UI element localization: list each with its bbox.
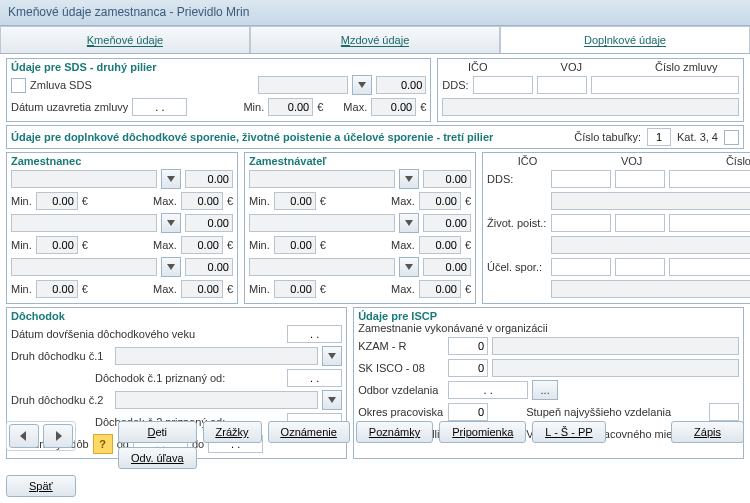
zc-r3-sel[interactable] bbox=[11, 258, 157, 276]
zc-r1-min[interactable] bbox=[36, 192, 78, 210]
iscp-isco[interactable] bbox=[448, 359, 488, 377]
zc-r3-min[interactable] bbox=[36, 280, 78, 298]
nav-prev[interactable] bbox=[9, 424, 39, 448]
iscp-kzam[interactable] bbox=[448, 337, 488, 355]
head-ico: IČO bbox=[468, 61, 488, 73]
btn-zrazky[interactable]: Zrážky bbox=[203, 421, 262, 443]
zc-r1-sel[interactable] bbox=[11, 170, 157, 188]
btn-zapis[interactable]: Zápis bbox=[671, 421, 744, 443]
r-zivot-cz[interactable] bbox=[669, 214, 750, 232]
doch-druh1-sel[interactable] bbox=[115, 347, 318, 365]
doch-priz1-input[interactable] bbox=[287, 369, 342, 387]
r-dds-label: DDS: bbox=[487, 173, 547, 185]
btn-lspp[interactable]: L - Š - PP bbox=[532, 421, 605, 443]
zv-r3-val[interactable] bbox=[423, 258, 471, 276]
zc-r2-drop[interactable] bbox=[161, 213, 181, 233]
iscp-title: Údaje pre ISCP bbox=[358, 310, 739, 322]
doch-vek-input[interactable] bbox=[287, 325, 342, 343]
dds-ico[interactable] bbox=[473, 76, 533, 94]
btn-pripomienka[interactable]: Pripomienka bbox=[439, 421, 526, 443]
zc-r3-val[interactable] bbox=[185, 258, 233, 276]
head-voj: VOJ bbox=[561, 61, 582, 73]
sds-value[interactable] bbox=[376, 76, 426, 94]
sds-min-input[interactable] bbox=[268, 98, 313, 116]
btn-deti[interactable]: Deti bbox=[118, 421, 197, 443]
zv-r2-val[interactable] bbox=[423, 214, 471, 232]
zv-r2-min[interactable] bbox=[274, 236, 316, 254]
btn-odv[interactable]: Odv. úľava bbox=[118, 447, 197, 469]
zv-r1-drop[interactable] bbox=[399, 169, 419, 189]
zc-r1-max[interactable] bbox=[181, 192, 223, 210]
dds-select-value[interactable] bbox=[442, 98, 739, 116]
p3-tabnum[interactable] bbox=[647, 128, 671, 146]
window-title: Kmeňové údaje zamestnanca - Prievidlo Mr… bbox=[0, 0, 750, 26]
r-zivot-sel[interactable] bbox=[551, 236, 750, 254]
doch-druh1-drop[interactable] bbox=[322, 346, 342, 366]
tab-kmenove[interactable]: Kmeňové údaje bbox=[0, 26, 250, 53]
p3-title: Údaje pre doplnkové dôchodkové sporenie,… bbox=[11, 131, 568, 143]
r-zivot-voj[interactable] bbox=[615, 214, 665, 232]
zc-r3-drop[interactable] bbox=[161, 257, 181, 277]
p3-tabnum-label: Číslo tabuľky: bbox=[574, 131, 641, 143]
zv-r3-min[interactable] bbox=[274, 280, 316, 298]
zv-r1-sel[interactable] bbox=[249, 170, 395, 188]
zc-r2-max[interactable] bbox=[181, 236, 223, 254]
sds-dropdown-value[interactable] bbox=[258, 76, 348, 94]
dds-voj[interactable] bbox=[537, 76, 587, 94]
r-ucel-cz[interactable] bbox=[669, 258, 750, 276]
zv-r3-sel[interactable] bbox=[249, 258, 395, 276]
zc-r3-max[interactable] bbox=[181, 280, 223, 298]
head-cz: Číslo zmluvy bbox=[655, 61, 717, 73]
zc-r2-min[interactable] bbox=[36, 236, 78, 254]
r-ucel-voj[interactable] bbox=[615, 258, 665, 276]
doch-druh2-drop[interactable] bbox=[322, 390, 342, 410]
zv-r1-val[interactable] bbox=[423, 170, 471, 188]
iscp-zam-label: Zamestnanie vykonávané v organizácii bbox=[358, 322, 739, 334]
zamestnavatel-title: Zamestnávateľ bbox=[249, 155, 471, 167]
btn-oznamenie[interactable]: Oznámenie bbox=[268, 421, 350, 443]
iscp-odbor[interactable] bbox=[448, 381, 528, 399]
iscp-kzam-desc[interactable] bbox=[492, 337, 739, 355]
zv-r2-sel[interactable] bbox=[249, 214, 395, 232]
zv-r1-max[interactable] bbox=[419, 192, 461, 210]
zv-r3-max[interactable] bbox=[419, 280, 461, 298]
sds-datum-input[interactable] bbox=[132, 98, 187, 116]
zc-r1-val[interactable] bbox=[185, 170, 233, 188]
btn-spat[interactable]: Späť bbox=[6, 475, 76, 497]
zc-r2-sel[interactable] bbox=[11, 214, 157, 232]
tab-doplnkove[interactable]: Doplnkové údaje bbox=[500, 26, 750, 53]
sds-dropdown[interactable] bbox=[352, 75, 372, 95]
dds-cz[interactable] bbox=[591, 76, 739, 94]
r-ucel-label: Účel. spor.: bbox=[487, 261, 547, 273]
iscp-okres[interactable] bbox=[448, 403, 488, 421]
zamestnanec-title: Zamestnanec bbox=[11, 155, 233, 167]
sds-max-label: Max. bbox=[343, 101, 367, 113]
btn-poznamky[interactable]: Poznámky bbox=[356, 421, 433, 443]
zc-r2-val[interactable] bbox=[185, 214, 233, 232]
p3-kat-checkbox[interactable] bbox=[724, 130, 739, 145]
r-dds-sel[interactable] bbox=[551, 192, 750, 210]
zv-r1-min[interactable] bbox=[274, 192, 316, 210]
doch-druh2-sel[interactable] bbox=[115, 391, 318, 409]
zv-r2-drop[interactable] bbox=[399, 213, 419, 233]
zv-r2-max[interactable] bbox=[419, 236, 461, 254]
r-ucel-sel[interactable] bbox=[551, 280, 750, 298]
zv-r3-drop[interactable] bbox=[399, 257, 419, 277]
r-zivot-ico[interactable] bbox=[551, 214, 611, 232]
iscp-isco-desc[interactable] bbox=[492, 359, 739, 377]
zmluva-sds-label: Zmluva SDS bbox=[30, 79, 92, 91]
doch-title: Dôchodok bbox=[11, 310, 342, 322]
sds-max-input[interactable] bbox=[371, 98, 416, 116]
odbor-picker[interactable]: ... bbox=[532, 380, 558, 400]
zmluva-sds-checkbox[interactable] bbox=[11, 78, 26, 93]
iscp-stupen[interactable] bbox=[709, 403, 739, 421]
r-ucel-ico[interactable] bbox=[551, 258, 611, 276]
r-dds-ico[interactable] bbox=[551, 170, 611, 188]
tab-mzdove[interactable]: Mzdové údaje bbox=[250, 26, 500, 53]
nav-next[interactable] bbox=[43, 424, 73, 448]
r-zivot-label: Život. poist.: bbox=[487, 217, 547, 229]
dds-label: DDS: bbox=[442, 79, 468, 91]
r-dds-voj[interactable] bbox=[615, 170, 665, 188]
zc-r1-drop[interactable] bbox=[161, 169, 181, 189]
r-dds-cz[interactable] bbox=[669, 170, 750, 188]
